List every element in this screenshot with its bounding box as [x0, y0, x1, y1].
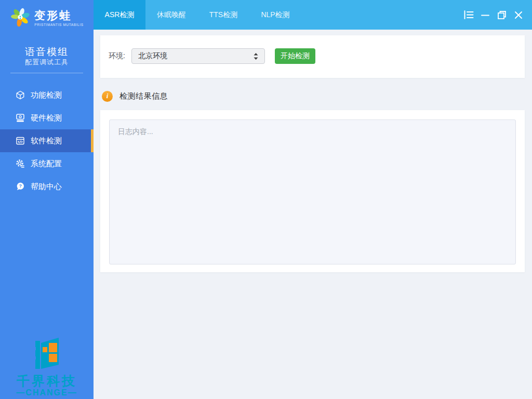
minimize-button[interactable] [477, 7, 494, 23]
gear-icon [16, 159, 25, 168]
tab-sleep-wake[interactable]: 休眠唤醒 [145, 0, 197, 30]
select-arrows-icon [254, 53, 258, 60]
close-icon [514, 11, 523, 19]
sidebar-item-label: 系统配置 [31, 159, 62, 169]
info-icon: i [102, 91, 113, 102]
hardware-icon [16, 113, 25, 123]
sidebar-item-function-check[interactable]: 功能检测 [0, 84, 94, 107]
tab-asr-check[interactable]: ASR检测 [94, 0, 145, 30]
cube-icon [16, 90, 25, 100]
module-subtitle: 配置调试工具 [0, 58, 94, 67]
brand: 变形蛙 PRISTIMANTIS MUTABILIS [0, 6, 94, 29]
brand-subtitle: PRISTIMANTIS MUTABILIS [34, 23, 83, 26]
environment-card: 环境: 北京环境 开始检测 [100, 35, 525, 78]
environment-select-value: 北京环境 [138, 51, 167, 61]
sidebar-item-label: 功能检测 [31, 90, 62, 100]
tab-nlp-check[interactable]: NLP检测 [249, 0, 301, 30]
close-button[interactable] [510, 7, 527, 23]
brand-name: 变形蛙 [34, 9, 83, 22]
sidebar-item-help-center[interactable]: ? 帮助中心 [0, 175, 94, 198]
result-card: 日志内容... [100, 110, 525, 272]
sidebar-item-software-check[interactable]: 软件检测 [0, 129, 94, 152]
environment-select[interactable]: 北京环境 [131, 48, 265, 64]
sidebar-divider [10, 73, 83, 73]
menu-icon [464, 10, 474, 19]
svg-text:?: ? [19, 183, 22, 189]
help-bubble-icon: ? [16, 182, 25, 191]
environment-label: 环境: [109, 51, 125, 61]
sidebar-item-label: 软件检测 [31, 136, 62, 146]
flag-window-icon [33, 338, 60, 372]
minimize-icon [481, 11, 489, 19]
start-check-button[interactable]: 开始检测 [275, 48, 315, 64]
sidebar-item-system-config[interactable]: 系统配置 [0, 152, 94, 175]
maximize-button[interactable] [494, 7, 510, 23]
sidebar: 变形蛙 PRISTIMANTIS MUTABILIS 语音模组 配置调试工具 功… [0, 0, 94, 399]
sidebar-item-label: 帮助中心 [31, 182, 62, 192]
tab-tts-check[interactable]: TTS检测 [197, 0, 249, 30]
menu-button[interactable] [460, 7, 477, 23]
result-section-title: 检测结果信息 [119, 91, 168, 101]
watermark-title: 千界科技 [0, 374, 94, 388]
sidebar-item-label: 硬件检测 [31, 113, 62, 123]
flower-splash-icon [10, 6, 31, 29]
watermark-subtitle: —CHANGE— [0, 388, 94, 398]
watermark: 千界科技 —CHANGE— [0, 338, 94, 399]
module-title: 语音模组 [0, 45, 94, 59]
log-placeholder-text: 日志内容... [118, 127, 153, 136]
window-controls [460, 0, 527, 30]
maximize-icon [497, 10, 507, 20]
result-section-header: i 检测结果信息 [102, 90, 168, 102]
sidebar-item-hardware-check[interactable]: 硬件检测 [0, 107, 94, 129]
code-window-icon [16, 136, 25, 145]
log-output-area[interactable]: 日志内容... [109, 119, 516, 264]
